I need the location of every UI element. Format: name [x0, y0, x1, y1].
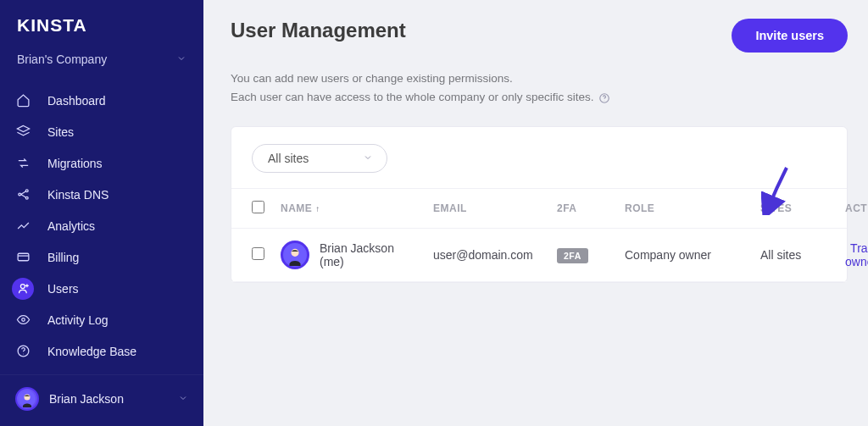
select-all-checkbox[interactable]: [252, 201, 264, 213]
sidebar-item-dns[interactable]: Kinsta DNS: [0, 179, 203, 210]
sidebar-item-activity-log[interactable]: Activity Log: [0, 304, 203, 335]
company-name: Brian's Company: [17, 53, 107, 66]
column-header-sites[interactable]: SITES: [752, 188, 837, 228]
site-filter-label: All sites: [268, 152, 309, 165]
page-title: User Management: [231, 19, 406, 42]
column-header-2fa[interactable]: 2FA: [548, 188, 616, 228]
sidebar-item-label: Analytics: [47, 219, 95, 233]
company-selector[interactable]: Brian's Company: [0, 47, 203, 85]
analytics-icon: [12, 215, 34, 237]
sidebar-item-label: Billing: [47, 251, 79, 264]
billing-icon: [12, 246, 34, 268]
dns-icon: [12, 184, 34, 206]
page-description: You can add new users or change existing…: [231, 69, 848, 108]
main-content: User Management Invite users You can add…: [203, 0, 868, 426]
sidebar-item-sites[interactable]: Sites: [0, 116, 203, 147]
column-header-email[interactable]: EMAIL: [425, 188, 548, 228]
page-desc-line1: You can add new users or change existing…: [231, 72, 513, 85]
sidebar-item-billing[interactable]: Billing: [0, 241, 203, 273]
svg-point-2: [25, 190, 28, 192]
table-header-row: NAME↑ EMAIL 2FA ROLE SITES ACTIONS: [231, 188, 847, 228]
help-icon: [12, 340, 34, 362]
sidebar: KINSTA Brian's Company Dashboard Sites M…: [0, 0, 203, 426]
svg-rect-4: [18, 253, 29, 261]
invite-users-button[interactable]: Invite users: [732, 19, 848, 53]
chevron-down-icon: [363, 152, 373, 165]
sidebar-item-label: Kinsta DNS: [47, 188, 108, 202]
twofa-badge: 2FA: [557, 248, 588, 263]
sidebar-nav: Dashboard Sites Migrations Kinsta DNS An…: [0, 85, 203, 367]
svg-point-11: [23, 354, 24, 355]
user-email: user@domain.com: [425, 228, 548, 281]
user-name: Brian Jackson (me): [320, 241, 416, 268]
layers-icon: [12, 121, 34, 143]
footer-user-name: Brian Jackson: [49, 392, 124, 406]
sidebar-item-analytics[interactable]: Analytics: [0, 210, 203, 241]
user-sites: All sites: [752, 228, 837, 281]
chevron-down-icon: [178, 392, 188, 406]
row-checkbox[interactable]: [252, 247, 264, 260]
eye-icon: [12, 309, 34, 331]
avatar: [281, 241, 309, 269]
column-header-role[interactable]: ROLE: [616, 188, 752, 228]
sidebar-item-label: Sites: [47, 125, 74, 139]
info-icon[interactable]: [598, 92, 610, 104]
sort-asc-icon: ↑: [315, 204, 320, 213]
chevron-down-icon: [176, 53, 186, 66]
column-header-actions: ACTIONS: [837, 188, 847, 228]
sidebar-item-label: Migrations: [47, 157, 103, 170]
site-filter-select[interactable]: All sites: [252, 144, 387, 173]
migrate-icon: [12, 152, 34, 174]
avatar: [15, 387, 39, 411]
svg-point-3: [25, 196, 28, 199]
sidebar-item-label: Dashboard: [47, 94, 106, 108]
sidebar-item-dashboard[interactable]: Dashboard: [0, 85, 203, 116]
svg-point-6: [20, 285, 25, 289]
sidebar-item-label: Users: [47, 282, 79, 296]
svg-marker-0: [17, 125, 29, 131]
sidebar-item-knowledge-base[interactable]: Knowledge Base: [0, 335, 203, 367]
users-panel: All sites NAME↑ EMAIL 2FA ROLE SITES ACT…: [231, 126, 848, 283]
users-icon: [12, 278, 34, 300]
sidebar-item-label: Activity Log: [47, 313, 108, 327]
table-row: Brian Jackson (me) user@domain.com 2FA C…: [231, 228, 847, 281]
svg-point-1: [18, 193, 20, 196]
svg-point-15: [604, 100, 605, 101]
sidebar-user-menu[interactable]: Brian Jackson: [0, 374, 203, 426]
svg-point-9: [21, 318, 25, 322]
page-desc-line2: Each user can have access to the whole c…: [231, 91, 593, 103]
column-header-name[interactable]: NAME↑: [272, 188, 425, 228]
sidebar-item-label: Knowledge Base: [47, 345, 136, 358]
sidebar-item-users[interactable]: Users: [0, 273, 203, 304]
sidebar-item-migrations[interactable]: Migrations: [0, 147, 203, 179]
transfer-ownership-button[interactable]: Transfer ownership: [845, 241, 868, 268]
home-icon: [12, 90, 34, 112]
user-role: Company owner: [616, 228, 752, 281]
users-table: NAME↑ EMAIL 2FA ROLE SITES ACTIONS: [231, 188, 847, 282]
brand-logo: KINSTA: [0, 12, 203, 47]
